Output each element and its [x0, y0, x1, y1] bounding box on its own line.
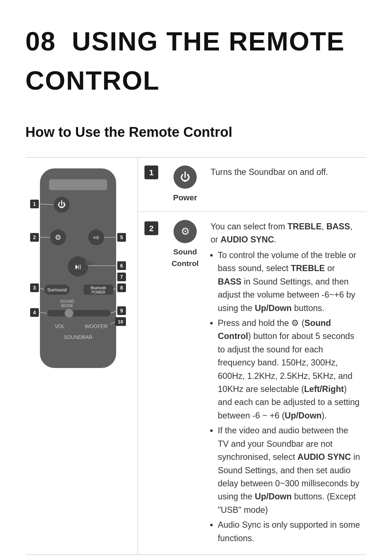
sound-icon-area: ⚙ Sound Control [163, 220, 211, 269]
svg-text:⚙: ⚙ [55, 233, 61, 241]
svg-text:⏯: ⏯ [74, 262, 82, 271]
svg-text:1: 1 [33, 201, 36, 207]
sound-desc: You can select from TREBLE, BASS, or AUD… [211, 220, 360, 547]
desc-row-power: 1 ⏻ Power Turns the Soundbar on and off. [138, 158, 367, 212]
svg-text:POWER: POWER [91, 290, 105, 294]
sound-label: Sound Control [163, 246, 207, 269]
svg-point-19 [65, 309, 73, 318]
page-title: 08 USING THE REMOTE CONTROL [25, 22, 367, 100]
svg-text:⇨: ⇨ [93, 233, 99, 241]
power-icon-area: ⏻ Power [163, 165, 211, 204]
title-text: USING THE REMOTE CONTROL [25, 27, 345, 95]
sound-num: 2 [144, 220, 163, 235]
svg-text:WOOFER: WOOFER [85, 323, 108, 329]
power-icon: ⏻ [173, 165, 197, 189]
svg-text:4: 4 [33, 310, 36, 315]
svg-text:8: 8 [120, 285, 123, 291]
descriptions: 1 ⏻ Power Turns the Soundbar on and off.… [138, 158, 367, 555]
svg-text:Surround: Surround [47, 287, 66, 293]
svg-text:MODE: MODE [61, 303, 73, 308]
svg-text:SOUND: SOUND [60, 299, 74, 303]
chapter-number: 08 [25, 27, 56, 56]
svg-text:SOUNDBAR: SOUNDBAR [64, 334, 92, 340]
svg-text:10: 10 [118, 319, 123, 324]
svg-text:3: 3 [33, 285, 36, 291]
remote-diagram: ⏻ ⚙ ⇨ ⏯ Surround SOUND MODE Bluetooth PO… [25, 158, 138, 555]
svg-text:6: 6 [120, 263, 123, 269]
power-desc: Turns the Soundbar on and off. [211, 165, 360, 179]
svg-text:5: 5 [120, 234, 123, 240]
sound-control-icon: ⚙ [173, 220, 197, 243]
svg-text:Bluetooth: Bluetooth [91, 286, 106, 290]
svg-text:2: 2 [33, 234, 36, 240]
svg-rect-10 [85, 261, 93, 265]
section-title: How to Use the Remote Control [25, 122, 367, 143]
svg-text:⏻: ⏻ [58, 200, 66, 209]
svg-rect-18 [47, 310, 111, 316]
svg-text:9: 9 [120, 308, 123, 314]
svg-rect-1 [49, 179, 107, 190]
content-table: ⏻ ⚙ ⇨ ⏯ Surround SOUND MODE Bluetooth PO… [25, 157, 367, 555]
svg-text:7: 7 [120, 274, 123, 280]
desc-row-sound: 2 ⚙ Sound Control You can select from TR… [138, 212, 367, 555]
svg-text:VOL: VOL [55, 323, 65, 329]
power-label: Power [173, 192, 197, 204]
surround-row: 3 Surround Surround The Surround Sound f… [25, 555, 367, 556]
power-num: 1 [144, 165, 163, 179]
